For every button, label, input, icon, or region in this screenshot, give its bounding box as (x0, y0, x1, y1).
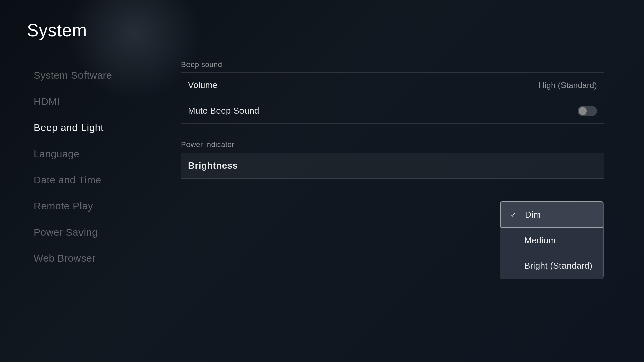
sidebar-item-remote-play[interactable]: Remote Play (27, 194, 168, 218)
sidebar-item-system-software[interactable]: System Software (27, 64, 168, 87)
dropdown-item-bright-standard[interactable]: Bright (Standard) (500, 253, 603, 279)
brightness-name: Brightness (188, 160, 238, 171)
dropdown-item-dim[interactable]: ✓ Dim (500, 201, 603, 228)
brightness-row[interactable]: Brightness (181, 153, 604, 179)
beep-sound-settings-list: Volume High (Standard) Mute Beep Sound (181, 72, 604, 124)
sidebar-item-web-browser[interactable]: Web Browser (27, 247, 168, 270)
mute-beep-sound-row[interactable]: Mute Beep Sound (181, 98, 604, 124)
dropdown-label-medium: Medium (524, 235, 556, 246)
page-title: System (27, 20, 617, 40)
sidebar: System Software HDMI Beep and Light Lang… (27, 60, 168, 342)
page-container: System System Software HDMI Beep and Lig… (0, 0, 644, 362)
sidebar-item-hdmi[interactable]: HDMI (27, 90, 168, 113)
dropdown-item-medium[interactable]: Medium (500, 228, 603, 253)
power-indicator-settings-list: Brightness (181, 153, 604, 179)
sidebar-item-power-saving[interactable]: Power Saving (27, 221, 168, 244)
volume-name: Volume (188, 80, 218, 90)
sidebar-item-language[interactable]: Language (27, 142, 168, 166)
dropdown-label-bright-standard: Bright (Standard) (524, 261, 592, 271)
sidebar-item-beep-and-light[interactable]: Beep and Light (27, 116, 168, 139)
beep-sound-label: Beep sound (181, 60, 604, 69)
beep-sound-section: Beep sound Volume High (Standard) Mute B… (181, 60, 604, 124)
volume-value: High (Standard) (539, 81, 597, 90)
dropdown-label-dim: Dim (525, 209, 541, 220)
content-area: Beep sound Volume High (Standard) Mute B… (168, 60, 617, 342)
check-icon-dim: ✓ (510, 210, 520, 219)
power-indicator-section: Power indicator Brightness (181, 140, 604, 179)
sidebar-item-date-and-time[interactable]: Date and Time (27, 168, 168, 192)
volume-row[interactable]: Volume High (Standard) (181, 73, 604, 98)
mute-beep-sound-name: Mute Beep Sound (188, 106, 259, 116)
main-layout: System Software HDMI Beep and Light Lang… (27, 60, 617, 342)
brightness-dropdown: ✓ Dim Medium Bright (Standard) (500, 201, 604, 279)
mute-beep-toggle[interactable] (578, 106, 597, 116)
power-indicator-label: Power indicator (181, 140, 604, 149)
toggle-knob (579, 107, 587, 115)
